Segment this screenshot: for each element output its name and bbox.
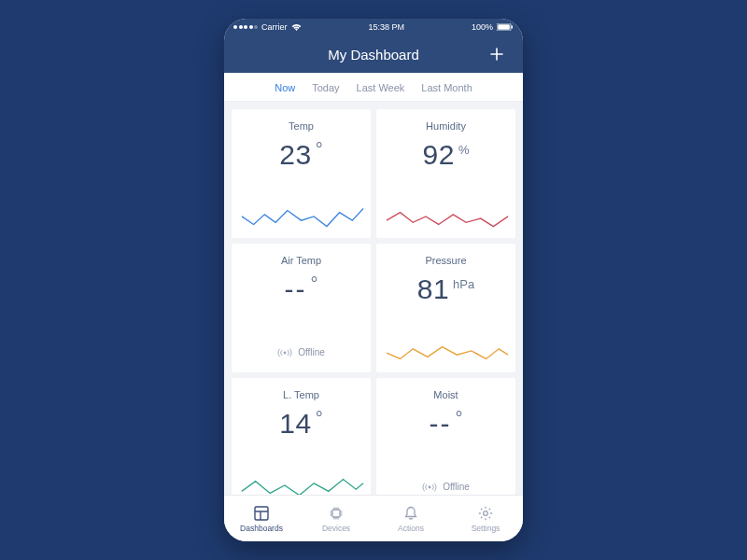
svg-point-9 [484, 511, 488, 515]
status-time: 15:38 PM [368, 22, 404, 32]
card-unit: ° [316, 139, 323, 161]
card-value-row: 81 hPa [417, 273, 475, 309]
bottom-nav: Dashboards Devices Actions Settings [224, 495, 523, 541]
card-title: L. Temp [283, 389, 319, 400]
svg-point-3 [284, 351, 287, 354]
app-header: My Dashboard [224, 35, 523, 73]
card-title: Pressure [425, 255, 466, 266]
offline-status: Offline [277, 347, 325, 367]
card-title: Humidity [426, 120, 466, 132]
nav-label: Actions [398, 524, 424, 533]
card-unit: hPa [453, 277, 474, 291]
page-title: My Dashboard [328, 47, 419, 63]
tab-now[interactable]: Now [275, 82, 295, 93]
card-value-row: 92 % [423, 139, 470, 175]
card-value-row: 14 ° [279, 408, 322, 443]
status-left: Carrier [233, 22, 302, 32]
nav-label: Settings [472, 524, 500, 533]
add-button[interactable] [482, 35, 512, 73]
card-unit: % [458, 143, 470, 157]
card-title: Air Temp [281, 255, 321, 266]
card-value: 23 [279, 139, 311, 171]
card-value: 81 [417, 273, 449, 305]
offline-label: Offline [298, 347, 325, 357]
plus-icon [488, 46, 505, 63]
time-range-tabs: Now Today Last Week Last Month [224, 73, 523, 102]
svg-point-4 [429, 485, 431, 488]
sensor-card-moist[interactable]: Moist -- ° Offline [376, 378, 515, 495]
nav-label: Dashboards [240, 524, 283, 533]
card-value: -- [285, 273, 307, 305]
sparkline [237, 471, 365, 495]
card-value: -- [430, 408, 452, 440]
devices-icon [328, 505, 345, 522]
card-value-row: -- ° [430, 408, 463, 443]
sensor-card-pressure[interactable]: Pressure 81 hPa [376, 244, 515, 372]
tab-today[interactable]: Today [312, 82, 339, 93]
sensor-card-air-temp[interactable]: Air Temp -- ° Offline [232, 244, 371, 372]
wifi-icon [291, 23, 302, 32]
tab-last-week[interactable]: Last Week [357, 82, 405, 93]
svg-rect-5 [255, 507, 268, 520]
sparkline [237, 203, 365, 232]
card-value-row: 23 ° [279, 139, 322, 175]
nav-settings[interactable]: Settings [448, 505, 523, 533]
battery-icon [497, 23, 514, 31]
card-title: Temp [289, 120, 314, 132]
card-value: 14 [279, 408, 311, 440]
gear-icon [477, 505, 494, 522]
sparkline [382, 337, 510, 367]
status-right: 100% [472, 22, 514, 32]
sensor-grid: Temp 23 ° Humidity 92 % [232, 109, 515, 495]
sparkline [382, 203, 510, 232]
sensor-card-temp[interactable]: Temp 23 ° [232, 109, 371, 238]
status-bar: Carrier 15:38 PM 100% [224, 19, 523, 35]
card-unit: ° [310, 273, 317, 295]
card-value: 92 [423, 139, 455, 171]
offline-status: Offline [422, 482, 470, 495]
phone-frame: Carrier 15:38 PM 100% My Dashboard Now T… [224, 19, 523, 541]
signal-strength-icon [233, 25, 258, 29]
nav-devices[interactable]: Devices [299, 505, 374, 533]
card-unit: ° [455, 408, 462, 429]
bell-icon [402, 505, 419, 522]
svg-rect-8 [332, 510, 340, 517]
nav-label: Devices [322, 524, 350, 533]
tab-last-month[interactable]: Last Month [421, 82, 472, 93]
carrier-label: Carrier [261, 22, 288, 32]
signal-icon [422, 483, 437, 492]
card-unit: ° [316, 408, 323, 429]
nav-dashboards[interactable]: Dashboards [224, 505, 299, 533]
card-value-row: -- ° [285, 273, 318, 309]
signal-icon [277, 348, 292, 357]
nav-actions[interactable]: Actions [374, 505, 448, 533]
dashboard-content: Temp 23 ° Humidity 92 % [224, 102, 523, 495]
offline-label: Offline [443, 482, 470, 492]
sensor-card-humidity[interactable]: Humidity 92 % [376, 109, 515, 238]
sensor-card-l-temp[interactable]: L. Temp 14 ° [232, 378, 371, 495]
svg-rect-2 [511, 25, 513, 28]
svg-rect-1 [498, 24, 510, 30]
battery-percent: 100% [472, 22, 493, 32]
card-title: Moist [433, 389, 458, 400]
dashboard-icon [253, 505, 270, 522]
